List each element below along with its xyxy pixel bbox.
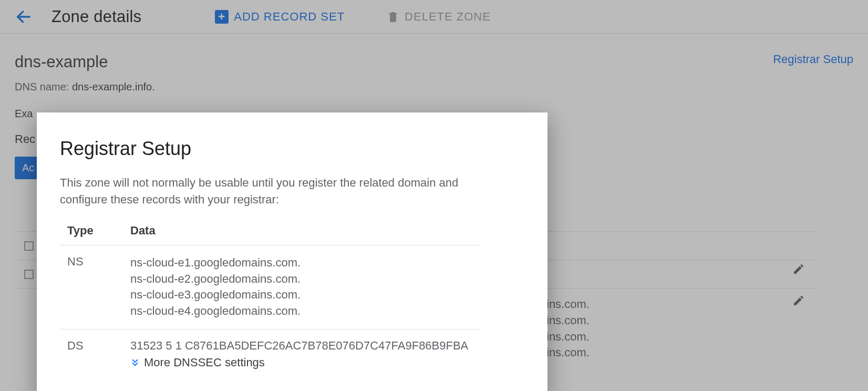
ns-value: ns-cloud-e2.googledomains.com. — [130, 271, 480, 287]
record-data-ns: ns-cloud-e1.googledomains.com. ns-cloud-… — [123, 245, 480, 329]
chevron-down-icon — [130, 358, 140, 367]
ns-value: ns-cloud-e4.googledomains.com. — [130, 303, 480, 320]
table-row: DS 31523 5 1 C8761BA5DEFC26AC7B78E076D7C… — [60, 329, 480, 380]
more-dnssec-settings-link[interactable]: More DNSSEC settings — [130, 356, 265, 369]
col-data-header: Data — [123, 224, 480, 245]
dialog-description: This zone will not normally be usable un… — [60, 174, 491, 208]
ds-value: 31523 5 1 C8761BA5DEFC26AC7B78E076D7C47F… — [130, 339, 480, 353]
registrar-records-table: Type Data NS ns-cloud-e1.googledomains.c… — [60, 224, 480, 380]
table-row: NS ns-cloud-e1.googledomains.com. ns-clo… — [60, 245, 480, 329]
col-type-header: Type — [60, 224, 123, 245]
dialog-title: Registrar Setup — [60, 138, 524, 160]
ns-value: ns-cloud-e3.googledomains.com. — [130, 287, 480, 303]
ns-value: ns-cloud-e1.googledomains.com. — [130, 255, 480, 271]
record-type-ds: DS — [60, 329, 123, 380]
more-dnssec-label: More DNSSEC settings — [144, 356, 265, 369]
record-data-ds: 31523 5 1 C8761BA5DEFC26AC7B78E076D7C47F… — [123, 329, 480, 380]
record-type-ns: NS — [60, 245, 123, 329]
registrar-setup-dialog: Registrar Setup This zone will not norma… — [37, 112, 547, 391]
